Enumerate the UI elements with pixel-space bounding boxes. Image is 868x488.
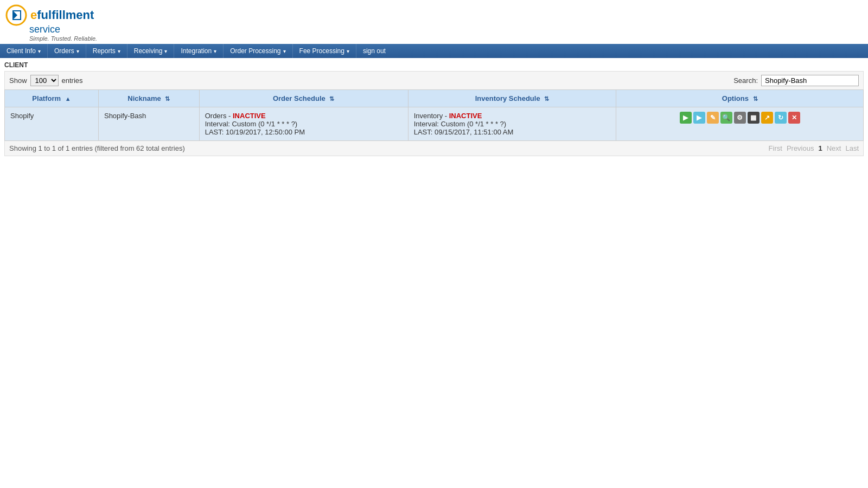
main-nav: Client Info ▾ Orders ▾ Reports ▾ Receivi… bbox=[0, 44, 868, 58]
delete-button[interactable]: ✕ bbox=[788, 112, 800, 124]
page-section-label: CLIENT bbox=[0, 58, 868, 71]
edit-button[interactable]: ✎ bbox=[707, 112, 719, 124]
cell-nickname: Shopify-Bash bbox=[98, 107, 199, 141]
nav-fee-processing[interactable]: Fee Processing ▾ bbox=[293, 44, 356, 58]
svg-marker-2 bbox=[13, 11, 17, 20]
order-last: LAST: 10/19/2017, 12:50:00 PM bbox=[205, 128, 305, 136]
logo-container: efulfillment service Simple. Trusted. Re… bbox=[5, 4, 97, 42]
chevron-down-icon: ▾ bbox=[347, 48, 349, 54]
pagination-next: Next bbox=[827, 144, 841, 152]
nav-integration[interactable]: Integration ▾ bbox=[174, 44, 224, 58]
table-wrapper: Show 100 10 25 50 entries Search: Platfo… bbox=[0, 71, 868, 156]
search-label: Search: bbox=[733, 76, 758, 85]
pagination-first: First bbox=[769, 144, 782, 152]
sort-icon-nickname: ⇅ bbox=[165, 95, 170, 102]
cell-options: ▶ ▶ ✎ 🔍 ⚙ ▦ ↗ ↻ ✕ bbox=[616, 107, 864, 141]
nav-client-info[interactable]: Client Info ▾ bbox=[0, 44, 48, 58]
sort-icon-platform: ▲ bbox=[65, 95, 71, 102]
logo-tagline: Simple. Trusted. Reliable. bbox=[29, 35, 97, 42]
search-area: Search: bbox=[733, 75, 859, 86]
pagination-info: Showing 1 to 1 of 1 entries (filtered fr… bbox=[9, 144, 185, 152]
nav-orders[interactable]: Orders ▾ bbox=[48, 44, 86, 58]
order-interval: Interval: Custom (0 */1 * * * ?) bbox=[205, 120, 298, 128]
chevron-down-icon: ▾ bbox=[283, 48, 286, 54]
pagination-links: First Previous 1 Next Last bbox=[769, 144, 859, 152]
inventory-status: INACTIVE bbox=[449, 112, 482, 120]
entries-select[interactable]: 100 10 25 50 bbox=[30, 75, 59, 86]
grid-button[interactable]: ▦ bbox=[748, 112, 760, 124]
pagination-area: Showing 1 to 1 of 1 entries (filtered fr… bbox=[4, 141, 864, 156]
pagination-last: Last bbox=[845, 144, 859, 152]
nav-order-processing[interactable]: Order Processing ▾ bbox=[224, 44, 292, 58]
export-button[interactable]: ↗ bbox=[761, 112, 773, 124]
col-options[interactable]: Options ⇅ bbox=[616, 90, 864, 107]
nav-receiving[interactable]: Receiving ▾ bbox=[127, 44, 175, 58]
table-controls: Show 100 10 25 50 entries Search: bbox=[4, 71, 864, 89]
col-platform[interactable]: Platform ▲ bbox=[5, 90, 99, 107]
logo-service: service bbox=[29, 24, 60, 35]
chevron-down-icon: ▾ bbox=[118, 48, 120, 54]
refresh-button[interactable]: ↻ bbox=[775, 112, 787, 124]
data-table: Platform ▲ Nickname ⇅ Order Schedule ⇅ I… bbox=[4, 89, 864, 141]
chevron-down-icon: ▾ bbox=[214, 48, 216, 54]
chevron-down-icon: ▾ bbox=[76, 48, 79, 54]
cell-inventory-schedule: Inventory - INACTIVE Interval: Custom (0… bbox=[408, 107, 616, 141]
show-label: Show bbox=[9, 76, 27, 85]
logo-brand: efulfillment bbox=[30, 8, 94, 22]
inventory-interval: Interval: Custom (0 */1 * * * ?) bbox=[414, 120, 507, 128]
col-nickname[interactable]: Nickname ⇅ bbox=[98, 90, 199, 107]
chevron-down-icon: ▾ bbox=[164, 48, 167, 54]
pagination-page: 1 bbox=[818, 144, 822, 152]
col-order-schedule[interactable]: Order Schedule ⇅ bbox=[199, 90, 408, 107]
sort-icon-inventory: ⇅ bbox=[544, 95, 549, 102]
forward-button[interactable]: ▶ bbox=[693, 112, 705, 124]
entries-label: entries bbox=[62, 76, 83, 85]
view-button[interactable]: 🔍 bbox=[720, 112, 732, 124]
nav-reports[interactable]: Reports ▾ bbox=[86, 44, 127, 58]
action-buttons: ▶ ▶ ✎ 🔍 ⚙ ▦ ↗ ↻ ✕ bbox=[622, 112, 858, 124]
cell-order-schedule: Orders - INACTIVE Interval: Custom (0 */… bbox=[199, 107, 408, 141]
order-status: INACTIVE bbox=[233, 112, 266, 120]
sort-icon-options: ⇅ bbox=[753, 95, 758, 102]
table-row: Shopify Shopify-Bash Orders - INACTIVE I… bbox=[5, 107, 864, 141]
logo-icon bbox=[5, 4, 27, 26]
sort-icon-order: ⇅ bbox=[329, 95, 334, 102]
play-button[interactable]: ▶ bbox=[680, 112, 692, 124]
nav-signout[interactable]: sign out bbox=[356, 44, 392, 58]
inventory-label: Inventory bbox=[414, 112, 443, 120]
settings-button[interactable]: ⚙ bbox=[734, 112, 746, 124]
inventory-last: LAST: 09/15/2017, 11:51:00 AM bbox=[414, 128, 514, 136]
cell-platform: Shopify bbox=[5, 107, 99, 141]
order-label: Orders bbox=[205, 112, 227, 120]
col-inventory-schedule[interactable]: Inventory Schedule ⇅ bbox=[408, 90, 616, 107]
pagination-previous: Previous bbox=[787, 144, 814, 152]
logo-area: efulfillment service Simple. Trusted. Re… bbox=[0, 0, 868, 44]
show-entries-control: Show 100 10 25 50 entries bbox=[9, 75, 83, 86]
search-input[interactable] bbox=[761, 75, 859, 86]
chevron-down-icon: ▾ bbox=[38, 48, 41, 54]
